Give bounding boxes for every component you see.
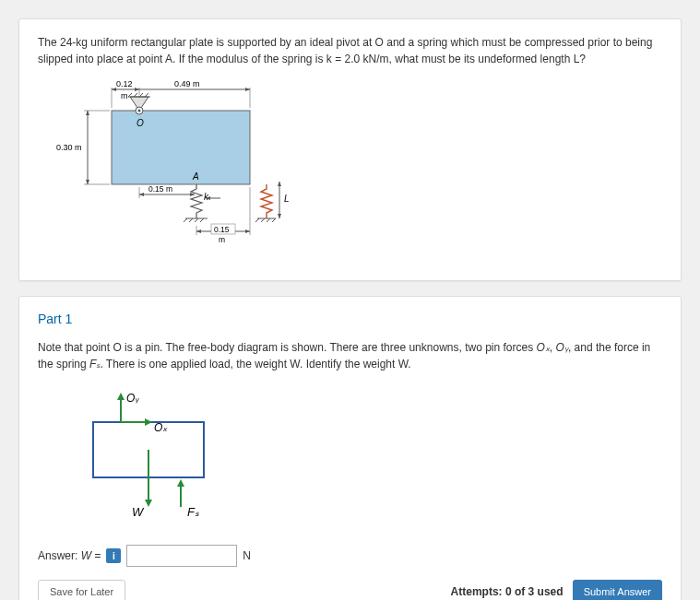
- label-O: O: [136, 118, 144, 128]
- fbd-W: W: [132, 505, 145, 519]
- svg-marker-33: [245, 229, 250, 233]
- attempts-text: Attempts: 0 of 3 used: [451, 585, 564, 598]
- part1-card: Part 1 Note that point O is a pin. The f…: [18, 296, 682, 600]
- bottom-row: Save for Later Attempts: 0 of 3 used Sub…: [38, 580, 662, 600]
- dim-015: 0.15: [214, 225, 230, 234]
- svg-marker-45: [278, 182, 281, 186]
- answer-label: Answer: W =: [38, 549, 101, 562]
- svg-line-23: [184, 218, 187, 222]
- svg-rect-0: [112, 111, 250, 184]
- svg-line-40: [255, 218, 259, 222]
- svg-marker-53: [145, 500, 152, 507]
- svg-marker-46: [278, 214, 281, 218]
- svg-line-6: [134, 93, 137, 97]
- svg-marker-55: [177, 479, 184, 487]
- unit-label: N: [243, 549, 251, 562]
- svg-marker-49: [117, 393, 125, 400]
- svg-line-41: [261, 218, 265, 222]
- svg-line-8: [145, 93, 148, 97]
- hint-icon[interactable]: i: [106, 548, 121, 563]
- svg-marker-37: [139, 193, 144, 196]
- part1-note: Note that point O is a pin. The free-bod…: [38, 339, 662, 372]
- dim-015-unit: m: [219, 235, 225, 244]
- svg-marker-51: [145, 418, 152, 426]
- dim-030: 0.30 m: [56, 143, 82, 152]
- dim-012-unit: m: [121, 91, 128, 100]
- svg-line-42: [267, 218, 270, 222]
- label-k: k: [204, 192, 209, 202]
- submit-answer-button[interactable]: Submit Answer: [573, 580, 662, 600]
- answer-row: Answer: W = i N: [38, 545, 662, 567]
- problem-statement: The 24-kg uniform rectangular plate is s…: [38, 34, 662, 67]
- free-body-diagram: Oᵧ Oₓ W Fₛ: [75, 385, 662, 526]
- svg-marker-32: [196, 229, 201, 233]
- svg-marker-16: [245, 88, 250, 91]
- dim-049: 0.49 m: [174, 79, 200, 88]
- save-for-later-button[interactable]: Save for Later: [38, 580, 125, 600]
- fbd-Fs: Fₛ: [187, 505, 199, 519]
- svg-marker-13: [135, 88, 139, 91]
- problem-card: The 24-kg uniform rectangular plate is s…: [18, 18, 682, 281]
- svg-line-26: [200, 218, 204, 222]
- problem-figure: O 0.12 m 0.49 m 0.30 m A: [56, 78, 662, 265]
- fbd-Ox: Oₓ: [154, 421, 168, 434]
- svg-point-3: [138, 110, 141, 112]
- svg-line-25: [195, 218, 198, 222]
- svg-line-43: [272, 218, 276, 222]
- label-A: A: [192, 171, 199, 182]
- part1-title: Part 1: [38, 312, 662, 326]
- svg-marker-20: [86, 111, 89, 115]
- svg-marker-21: [86, 180, 89, 184]
- fbd-Oy: Oᵧ: [126, 392, 140, 405]
- answer-input-W[interactable]: [126, 545, 237, 567]
- label-L: L: [284, 194, 290, 204]
- dim-012: 0.12: [116, 79, 133, 88]
- svg-line-24: [189, 218, 193, 222]
- svg-line-7: [139, 93, 143, 97]
- dim-015m: 0.15 m: [148, 184, 172, 194]
- svg-line-5: [128, 93, 132, 97]
